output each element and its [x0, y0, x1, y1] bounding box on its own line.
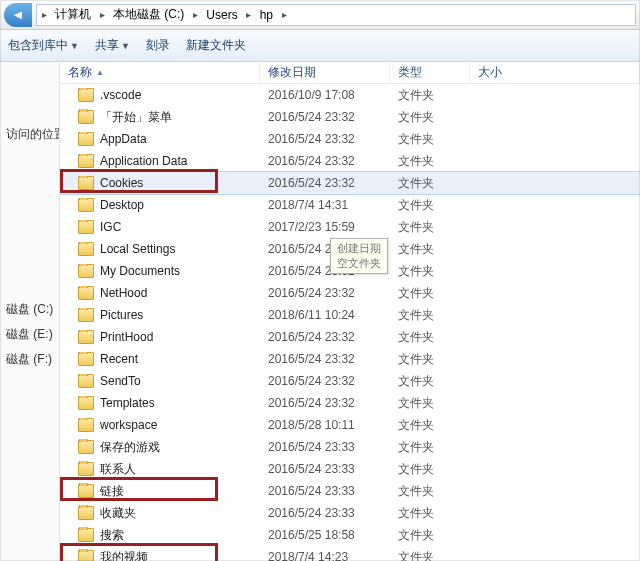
tooltip: 创建日期空文件夹: [330, 238, 388, 274]
frame-border: [0, 0, 640, 561]
